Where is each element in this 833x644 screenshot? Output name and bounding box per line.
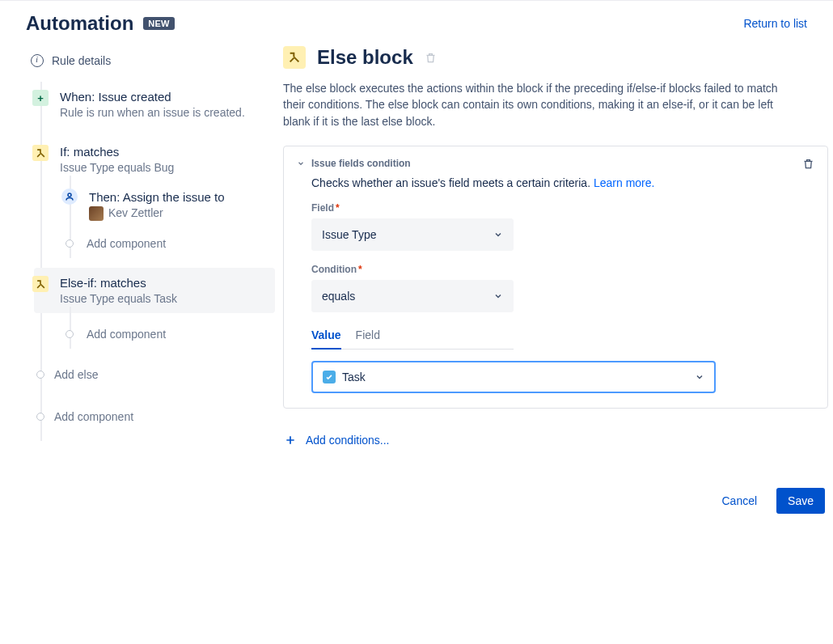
info-icon xyxy=(31,54,44,67)
dot-icon xyxy=(66,330,74,338)
tab-value[interactable]: Value xyxy=(311,328,341,350)
add-else-label: Add else xyxy=(54,368,98,381)
panel-header: Else block xyxy=(283,46,828,69)
header-left: Automation NEW xyxy=(26,12,175,35)
elseif-title: Else-if: matches xyxy=(60,276,265,290)
add-component-if[interactable]: Add component xyxy=(63,229,275,258)
tree-node-elseif[interactable]: Else-if: matches Issue Type equals Task … xyxy=(34,268,275,349)
chevron-down-icon xyxy=(493,291,503,301)
add-conditions-label: Add conditions... xyxy=(306,434,390,447)
tree-node-then[interactable]: Then: Assign the issue to Kev Zettler xyxy=(63,182,275,229)
condition-select[interactable]: equals xyxy=(311,280,514,312)
card-title: Issue fields condition xyxy=(311,158,411,169)
add-component-label: Add component xyxy=(87,237,166,250)
field-label-text: Field xyxy=(311,202,334,214)
dot-icon xyxy=(36,413,44,421)
rule-details-label: Rule details xyxy=(52,54,111,67)
dot-icon xyxy=(36,371,44,379)
panel-title: Else block xyxy=(317,46,413,69)
branch-icon xyxy=(283,46,306,69)
page-title: Automation xyxy=(26,12,133,35)
branch-icon xyxy=(32,145,49,161)
return-to-list-link[interactable]: Return to list xyxy=(743,17,807,30)
condition-label: Condition* xyxy=(311,264,814,275)
add-conditions-button[interactable]: Add conditions... xyxy=(283,433,828,447)
form-buttons: Cancel Save xyxy=(283,488,828,514)
required-mark: * xyxy=(358,264,362,275)
if-title: If: matches xyxy=(60,145,265,159)
dot-icon xyxy=(66,239,74,248)
add-component-elseif[interactable]: Add component xyxy=(63,313,275,349)
chevron-down-icon xyxy=(695,372,704,382)
field-select[interactable]: Issue Type xyxy=(311,218,514,251)
condition-label-text: Condition xyxy=(311,264,357,275)
branch-icon xyxy=(32,276,49,292)
task-type-icon xyxy=(323,371,336,383)
rule-details-link[interactable]: Rule details xyxy=(26,48,275,82)
config-panel: Else block The else block executes the a… xyxy=(275,35,833,530)
if-sub: Issue Type equals Bug xyxy=(60,161,265,174)
card-description: Checks whether an issue's field meets a … xyxy=(311,176,814,189)
required-mark: * xyxy=(336,202,340,214)
cancel-button[interactable]: Cancel xyxy=(717,488,762,514)
field-select-value: Issue Type xyxy=(322,228,376,241)
add-component-label: Add component xyxy=(54,410,133,423)
svg-point-0 xyxy=(68,193,71,197)
assign-icon xyxy=(61,189,78,205)
tree-node-when[interactable]: + When: Issue created Rule is run when a… xyxy=(34,82,275,127)
rule-tree: + When: Issue created Rule is run when a… xyxy=(34,82,275,441)
when-sub: Rule is run when an issue is created. xyxy=(60,106,265,119)
chevron-down-icon[interactable] xyxy=(297,159,305,167)
card-header: Issue fields condition xyxy=(297,158,814,170)
delete-block-icon[interactable] xyxy=(425,52,437,64)
new-badge: NEW xyxy=(143,17,174,30)
plus-icon: + xyxy=(32,90,49,106)
elseif-sub: Issue Type equals Task xyxy=(60,292,265,305)
condition-card: Issue fields condition Checks whether an… xyxy=(283,146,828,409)
add-component-label: Add component xyxy=(87,328,166,341)
page-header: Automation NEW Return to list xyxy=(0,1,833,35)
condition-select-value: equals xyxy=(322,290,355,303)
panel-description: The else block executes the actions with… xyxy=(283,80,801,129)
then-assignee: Kev Zettler xyxy=(89,206,275,221)
add-else[interactable]: Add else xyxy=(34,358,275,391)
card-text-span: Checks whether an issue's field meets a … xyxy=(311,176,594,189)
delete-condition-icon[interactable] xyxy=(802,158,814,170)
tree-line xyxy=(40,82,42,441)
rule-tree-sidebar: Rule details + When: Issue created Rule … xyxy=(0,35,275,530)
add-component-root[interactable]: Add component xyxy=(34,391,275,433)
learn-more-link[interactable]: Learn more. xyxy=(594,176,654,189)
tab-field[interactable]: Field xyxy=(356,328,380,349)
value-field-tabs: Value Field xyxy=(311,328,514,350)
assignee-name: Kev Zettler xyxy=(108,206,163,219)
value-selected-label: Task xyxy=(342,371,366,383)
avatar xyxy=(89,206,104,221)
then-title: Then: Assign the issue to xyxy=(89,190,275,204)
plus-icon xyxy=(283,433,298,447)
field-label: Field* xyxy=(311,202,814,214)
when-title: When: Issue created xyxy=(60,90,265,104)
card-body: Checks whether an issue's field meets a … xyxy=(297,176,814,393)
save-button[interactable]: Save xyxy=(776,488,825,514)
value-select[interactable]: Task xyxy=(311,361,716,393)
tree-node-if[interactable]: If: matches Issue Type equals Bug Then: … xyxy=(34,137,275,258)
chevron-down-icon xyxy=(493,230,503,239)
